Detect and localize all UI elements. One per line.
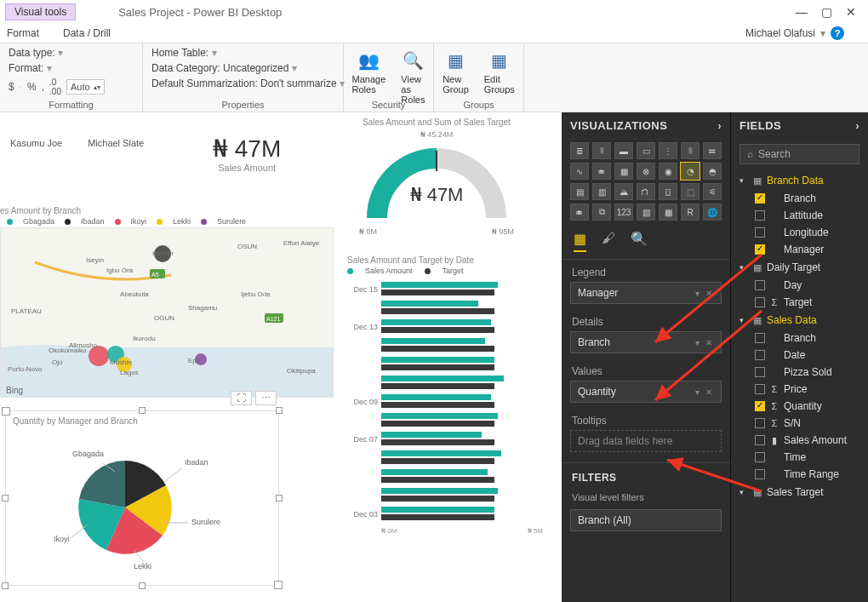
- viz-type-icon[interactable]: ⚟: [703, 183, 722, 200]
- field-item[interactable]: Day: [736, 277, 863, 294]
- checkbox[interactable]: [755, 280, 765, 290]
- tooltips-well[interactable]: Drag data fields here: [570, 430, 722, 452]
- decimal-icon[interactable]: .0.00: [49, 77, 61, 96]
- field-item[interactable]: Longitude: [736, 224, 863, 241]
- legend-well[interactable]: Manager▾ ✕: [570, 282, 722, 304]
- checkbox[interactable]: [755, 469, 765, 479]
- field-item[interactable]: Branch: [736, 190, 863, 207]
- viz-type-icon[interactable]: ◔: [681, 163, 700, 180]
- viz-type-icon[interactable]: ◉: [659, 163, 677, 180]
- focus-mode-icon[interactable]: ⛶: [231, 391, 252, 405]
- slicer-item[interactable]: Kasumu Joe: [10, 138, 62, 148]
- viz-type-icon[interactable]: ⧉: [592, 204, 611, 221]
- viz-type-icon[interactable]: ⋮: [659, 142, 677, 159]
- values-well[interactable]: Quantity▾ ✕: [570, 381, 722, 403]
- field-item[interactable]: Branch: [736, 330, 863, 347]
- manage-roles-button[interactable]: 👥 Manage Roles: [347, 47, 391, 96]
- field-item[interactable]: Time: [736, 449, 863, 466]
- checkbox[interactable]: [755, 384, 765, 394]
- checkbox[interactable]: [755, 193, 765, 204]
- chevron-right-icon[interactable]: ›: [718, 120, 722, 132]
- minimize-icon[interactable]: —: [796, 5, 808, 19]
- field-item[interactable]: Date: [736, 347, 863, 364]
- viz-type-icon[interactable]: ⩨: [592, 163, 611, 180]
- viz-type-icon[interactable]: R: [681, 204, 700, 221]
- checkbox[interactable]: [755, 418, 765, 428]
- view-as-roles-button[interactable]: 🔍 View as Roles: [396, 47, 430, 106]
- chevron-right-icon[interactable]: ›: [856, 120, 860, 132]
- table-header[interactable]: ▾▦Daily Target: [736, 258, 863, 277]
- slicer-item[interactable]: Michael Slate: [88, 138, 144, 148]
- checkbox[interactable]: [755, 401, 765, 411]
- checkbox[interactable]: [755, 435, 765, 445]
- tab-data-drill[interactable]: Data / Drill: [63, 27, 111, 39]
- viz-type-icon[interactable]: ⬚: [681, 183, 700, 200]
- more-options-icon[interactable]: ⋯: [255, 391, 277, 405]
- viz-type-icon[interactable]: 123: [614, 204, 633, 221]
- viz-type-icon[interactable]: ⌼: [659, 183, 677, 200]
- viz-type-icon[interactable]: ▬: [614, 142, 633, 159]
- tab-format[interactable]: Format: [7, 27, 39, 39]
- viz-gallery[interactable]: ≣⫴▬▭⋮⦀⩸∿⩨▦⊗◉◔◓▤▥⛰⛫⌼⬚⚟⩩⧉123▧▦R🌐: [562, 139, 730, 224]
- decimals-combo[interactable]: Auto ▴▾: [66, 79, 105, 95]
- checkbox[interactable]: [755, 297, 765, 307]
- field-item[interactable]: ΣS/N: [736, 415, 863, 432]
- table-header[interactable]: ▾▦Sales Data: [736, 311, 863, 330]
- viz-type-icon[interactable]: ◓: [703, 163, 722, 180]
- analytics-tab-icon[interactable]: 🔍: [631, 231, 648, 252]
- edit-groups-button[interactable]: ▦ Edit Groups: [479, 47, 520, 96]
- field-item[interactable]: Lattitude: [736, 207, 863, 224]
- viz-type-icon[interactable]: ⦀: [681, 142, 700, 159]
- gauge-visual[interactable]: Sales Amount and Sum of Sales Target ₦ 4…: [339, 118, 534, 236]
- viz-type-icon[interactable]: ▭: [637, 142, 655, 159]
- viz-type-icon[interactable]: ▤: [570, 183, 589, 200]
- field-item[interactable]: Time Range: [736, 466, 863, 483]
- field-item[interactable]: ΣPrice: [736, 381, 863, 398]
- viz-type-icon[interactable]: ⛫: [637, 183, 655, 200]
- viz-type-icon[interactable]: ≣: [570, 142, 589, 159]
- checkbox[interactable]: [755, 452, 765, 462]
- viz-type-icon[interactable]: ⊗: [637, 163, 655, 180]
- close-icon[interactable]: ✕: [846, 5, 856, 19]
- table-header[interactable]: ▾▦Branch Data: [736, 171, 863, 190]
- card-visual[interactable]: ₦ 47M Sales Amount: [213, 135, 281, 173]
- field-item[interactable]: ▮Sales Amount: [736, 432, 863, 449]
- details-well[interactable]: Branch▾ ✕: [570, 331, 722, 353]
- field-item[interactable]: ΣQuantity: [736, 398, 863, 415]
- viz-type-icon[interactable]: ⛰: [614, 183, 633, 200]
- bar-chart-visual[interactable]: Sales Amount and Target by Date Sales Am…: [347, 255, 543, 535]
- table-header[interactable]: ▾▦Sales Target: [736, 483, 863, 502]
- currency-icon[interactable]: $: [9, 81, 14, 93]
- pie-chart-visual[interactable]: ⛶ ⋯ Quantity by Manager and Branch Gbaga…: [5, 410, 279, 586]
- viz-type-icon[interactable]: ▥: [592, 183, 611, 200]
- viz-type-icon[interactable]: ⫴: [592, 142, 611, 159]
- viz-type-icon[interactable]: ⩸: [703, 142, 722, 159]
- viz-type-icon[interactable]: ▦: [659, 204, 677, 221]
- viz-type-icon[interactable]: ▦: [614, 163, 633, 180]
- viz-type-icon[interactable]: ∿: [570, 163, 589, 180]
- format-tab-icon[interactable]: 🖌: [602, 231, 615, 252]
- viz-type-icon[interactable]: 🌐: [703, 204, 722, 221]
- field-item[interactable]: ΣTarget: [736, 294, 863, 311]
- search-input[interactable]: ⌕ Search: [740, 144, 859, 164]
- new-group-button[interactable]: ▦ New Group: [437, 47, 474, 96]
- map-visual[interactable]: es Amount by Branch GbagadaIbadanIkoyiLe…: [0, 206, 335, 400]
- checkbox[interactable]: [755, 333, 765, 343]
- maximize-icon[interactable]: ▢: [821, 5, 832, 19]
- viz-type-icon[interactable]: ⩩: [570, 204, 589, 221]
- field-item[interactable]: Manager: [736, 241, 863, 258]
- percent-icon[interactable]: %: [27, 81, 37, 93]
- fields-tab-icon[interactable]: ▦: [574, 231, 586, 252]
- viz-type-icon[interactable]: ▧: [637, 204, 655, 221]
- checkbox[interactable]: [755, 350, 765, 360]
- filter-branch[interactable]: Branch (All): [570, 509, 722, 531]
- tab-visual-tools[interactable]: Visual tools: [5, 3, 76, 20]
- field-item[interactable]: Pizza Sold: [736, 364, 863, 381]
- checkbox[interactable]: [755, 367, 765, 377]
- comma-icon[interactable]: ,: [42, 81, 44, 93]
- help-icon[interactable]: ?: [831, 26, 844, 40]
- checkbox[interactable]: [755, 210, 765, 221]
- report-canvas[interactable]: Kasumu Joe Michael Slate ₦ 47M Sales Amo…: [0, 112, 562, 602]
- checkbox[interactable]: [755, 244, 765, 255]
- checkbox[interactable]: [755, 227, 765, 238]
